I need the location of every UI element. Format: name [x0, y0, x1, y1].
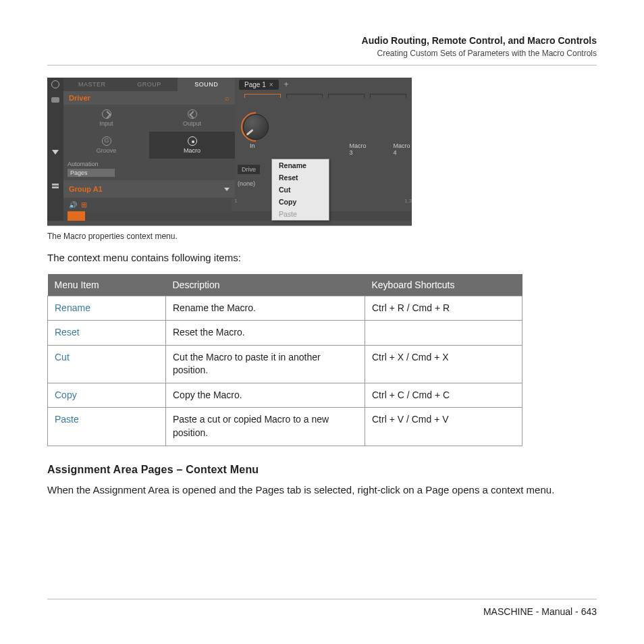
- cell-desc: Reset the Macro.: [166, 321, 365, 346]
- cell-item: Paste: [48, 408, 166, 446]
- cell-desc: Rename the Macro.: [166, 296, 365, 321]
- chevron-down-icon[interactable]: [52, 150, 59, 155]
- cell-keys: Ctrl + V / Cmd + V: [365, 408, 522, 446]
- figure-caption: The Macro properties context menu.: [47, 232, 597, 241]
- th-description: Description: [166, 274, 365, 296]
- cell-item: Cut: [48, 345, 166, 383]
- cell-keys: Ctrl + C / Cmd + C: [365, 383, 522, 408]
- channel-output[interactable]: Output: [149, 105, 235, 132]
- cell-keys: Ctrl + X / Cmd + X: [365, 345, 522, 383]
- plugin-icon[interactable]: [51, 97, 59, 103]
- pattern-clip[interactable]: [68, 211, 85, 221]
- table-row: Reset Reset the Macro.: [48, 321, 522, 346]
- macro-screenshot: MASTER GROUP SOUND Page 1 × + Driver ⌕: [47, 78, 412, 226]
- cell-desc: Paste a cut or copied Macro to a new pos…: [166, 408, 365, 446]
- header-divider: [47, 65, 597, 65]
- page-header: Audio Routing, Remote Control, and Macro…: [47, 35, 597, 58]
- target-driver-select[interactable]: Drive: [238, 165, 260, 174]
- intro-paragraph: The context menu contains following item…: [47, 250, 597, 266]
- cell-desc: Copy the Macro.: [166, 383, 365, 408]
- pages-tab[interactable]: Pages: [68, 169, 115, 177]
- page-footer: MASCHINE - Manual - 643: [47, 599, 597, 617]
- macro-label-in: In: [250, 142, 255, 156]
- ctx-cut[interactable]: Cut: [272, 184, 329, 196]
- tab-sound[interactable]: SOUND: [178, 78, 235, 91]
- add-page-button[interactable]: +: [284, 80, 289, 89]
- table-row: Paste Paste a cut or copied Macro to a n…: [48, 408, 522, 446]
- sound-name[interactable]: Driver: [69, 94, 90, 102]
- cell-item: Rename: [48, 296, 166, 321]
- cell-keys: [365, 321, 522, 346]
- group-name[interactable]: Group A1: [69, 185, 103, 193]
- section-heading: Assignment Area Pages – Context Menu: [47, 464, 597, 476]
- table-row: Copy Copy the Macro. Ctrl + C / Cmd + C: [48, 383, 522, 408]
- channel-input[interactable]: Input: [63, 105, 149, 132]
- ctx-copy[interactable]: Copy: [272, 196, 329, 208]
- footer-text: MASCHINE - Manual - 643: [47, 606, 597, 617]
- record-icon[interactable]: [51, 80, 59, 88]
- group-dropdown-icon[interactable]: [224, 188, 230, 191]
- macro-label-4: Macro 4: [394, 142, 410, 156]
- tab-master[interactable]: MASTER: [63, 78, 121, 91]
- header-subtitle: Creating Custom Sets of Parameters with …: [47, 49, 597, 58]
- page-tab-label: Page 1: [244, 81, 266, 88]
- cell-desc: Cut the Macro to paste it in another pos…: [166, 345, 365, 383]
- ctx-paste: Paste: [272, 208, 329, 220]
- th-keyboard-shortcuts: Keyboard Shortcuts: [365, 274, 522, 296]
- macro-label-3: Macro 3: [350, 142, 367, 156]
- table-row: Rename Rename the Macro. Ctrl + R / Cmd …: [48, 296, 522, 321]
- automation-label: Automation: [68, 161, 231, 167]
- scope-tabs: MASTER GROUP SOUND: [63, 78, 235, 91]
- pad-grid-icon[interactable]: ⊞: [81, 200, 87, 209]
- search-icon[interactable]: ⌕: [225, 94, 230, 102]
- channel-macro[interactable]: Macro: [149, 132, 235, 159]
- tab-group[interactable]: GROUP: [121, 78, 178, 91]
- close-icon[interactable]: ×: [269, 81, 273, 88]
- menu-icon[interactable]: [52, 184, 59, 188]
- speaker-icon[interactable]: 🔊: [69, 201, 76, 208]
- th-menu-item: Menu Item: [48, 274, 166, 296]
- context-menu-table: Menu Item Description Keyboard Shortcuts…: [47, 274, 522, 446]
- cell-item: Copy: [48, 383, 166, 408]
- ctx-reset[interactable]: Reset: [272, 171, 329, 184]
- cell-keys: Ctrl + R / Cmd + R: [365, 296, 522, 321]
- page-tab[interactable]: Page 1 ×: [239, 80, 279, 90]
- macro-context-menu: Rename Reset Cut Copy Paste: [271, 159, 329, 221]
- cell-item: Reset: [48, 321, 166, 346]
- section-paragraph: When the Assignment Area is opened and t…: [47, 483, 597, 498]
- ctx-rename[interactable]: Rename: [272, 159, 329, 171]
- table-row: Cut Cut the Macro to paste it in another…: [48, 345, 522, 383]
- header-title: Audio Routing, Remote Control, and Macro…: [47, 35, 597, 46]
- channel-groove[interactable]: Groove: [63, 132, 149, 159]
- macro-knob-1[interactable]: [243, 114, 269, 140]
